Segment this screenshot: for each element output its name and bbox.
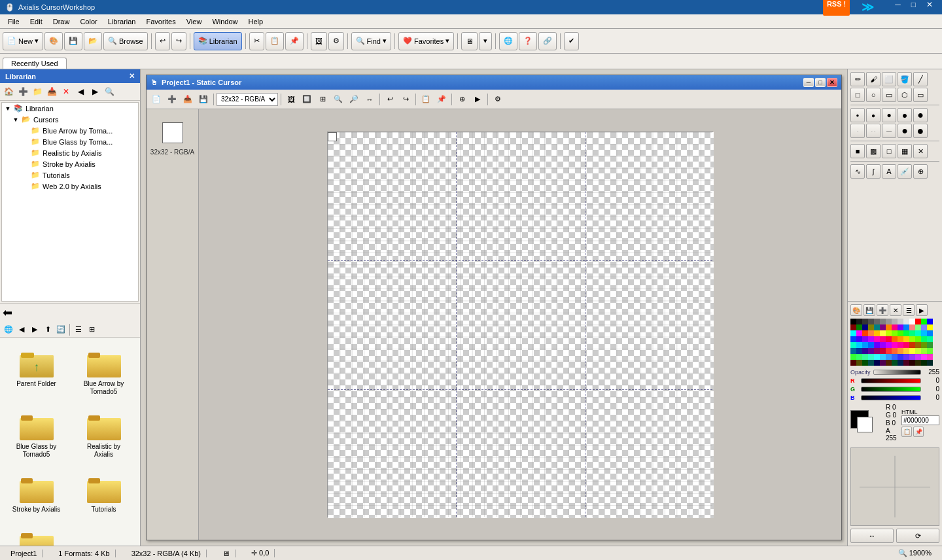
lib-import-button[interactable]: 📥 xyxy=(45,85,58,98)
color-cell[interactable] xyxy=(880,330,886,336)
color-del-btn[interactable]: ✕ xyxy=(890,304,901,316)
color-cell[interactable] xyxy=(856,348,862,354)
copy-button[interactable]: 📋 xyxy=(266,32,284,50)
color-cell[interactable] xyxy=(862,330,868,336)
color-cell[interactable] xyxy=(903,330,909,336)
proj-settings-btn[interactable]: ⚙ xyxy=(491,92,505,107)
rounded-rect-tool[interactable]: ▭ xyxy=(882,88,896,102)
redo-button[interactable]: ↪ xyxy=(171,32,186,50)
color-cell[interactable] xyxy=(874,354,880,360)
color-cell[interactable] xyxy=(915,336,921,342)
color-cell[interactable] xyxy=(874,319,880,324)
color-cell[interactable] xyxy=(862,360,868,366)
menu-window[interactable]: Window xyxy=(207,16,243,27)
color-cell[interactable] xyxy=(921,360,927,366)
html-paste-btn[interactable]: 📌 xyxy=(913,427,924,437)
grid-view-list-btn[interactable]: ☰ xyxy=(73,324,84,336)
import-button[interactable]: 📂 xyxy=(84,32,102,50)
paste-button[interactable]: 📌 xyxy=(285,32,304,50)
color-cell[interactable] xyxy=(886,319,892,324)
color-cell[interactable] xyxy=(915,360,921,366)
export-button[interactable]: 🖼 xyxy=(311,32,327,50)
pencil-tool[interactable]: ✏ xyxy=(850,72,865,86)
proj-paste-btn[interactable]: 📌 xyxy=(434,92,449,107)
reset-btn[interactable]: ⟳ xyxy=(896,529,939,543)
select-tool[interactable]: ▭ xyxy=(913,88,928,102)
cut-button[interactable]: ✂ xyxy=(249,32,264,50)
tree-item-blue-glass[interactable]: 📁 Blue Glass by Torna... xyxy=(2,136,138,147)
color-cell[interactable] xyxy=(868,324,874,330)
color-cell[interactable] xyxy=(868,330,874,336)
close-button[interactable]: ✕ xyxy=(922,0,937,16)
color-cell[interactable] xyxy=(903,342,909,348)
eraser-tool[interactable]: ⬜ xyxy=(882,72,896,86)
color-add-btn[interactable]: ➕ xyxy=(877,304,888,316)
proj-grid-btn[interactable]: ⊞ xyxy=(315,92,330,107)
fill-solid-tool[interactable]: ■ xyxy=(850,144,865,158)
color-cell[interactable] xyxy=(874,360,880,366)
color-cell[interactable] xyxy=(892,336,898,342)
fill-tool[interactable]: 🪣 xyxy=(898,72,912,86)
librarian-button[interactable]: 📚 Librarian xyxy=(194,32,242,50)
color-cell[interactable] xyxy=(892,324,898,330)
menu-color[interactable]: Color xyxy=(75,16,102,27)
proj-copy-btn[interactable]: 📋 xyxy=(419,92,433,107)
tree-item-realistic[interactable]: 📁 Realistic by Axialis xyxy=(2,147,138,158)
color-cell[interactable] xyxy=(880,360,886,366)
icon-item-blue-arrow[interactable]: Blue Arrow by Tornado5 xyxy=(73,343,135,400)
proj-thumb-btn[interactable]: 🔲 xyxy=(300,92,314,107)
color-save-btn[interactable]: 💾 xyxy=(864,304,875,316)
color-cell[interactable] xyxy=(903,348,909,354)
color-cell[interactable] xyxy=(927,354,933,360)
globe-button[interactable]: 🌐 xyxy=(499,32,517,50)
color-cell[interactable] xyxy=(921,324,927,330)
menu-favorites[interactable]: Favorites xyxy=(141,16,181,27)
color-cell[interactable] xyxy=(909,342,915,348)
color-cell[interactable] xyxy=(915,319,921,324)
project-minimize-button[interactable]: ─ xyxy=(803,78,814,87)
recently-used-tab[interactable]: Recently Used xyxy=(3,58,67,69)
color-cell[interactable] xyxy=(892,319,898,324)
color-cell[interactable] xyxy=(862,336,868,342)
color-cell[interactable] xyxy=(868,354,874,360)
maximize-button[interactable]: □ xyxy=(907,0,920,16)
lib-back-button[interactable]: ◀ xyxy=(74,85,87,98)
color-cell[interactable] xyxy=(850,330,856,336)
color-cell[interactable] xyxy=(903,319,909,324)
dash1[interactable]: · xyxy=(850,124,865,138)
lib-home-button[interactable]: 🏠 xyxy=(2,85,15,98)
librarian-close-button[interactable]: ✕ xyxy=(129,72,135,80)
menu-help[interactable]: Help xyxy=(243,16,269,27)
color-cell[interactable] xyxy=(850,342,856,348)
color-button[interactable]: 🎨 xyxy=(44,32,63,50)
find-button[interactable]: 🔍 Find ▾ xyxy=(351,32,391,50)
proj-export-btn[interactable]: 🖼 xyxy=(284,92,298,107)
color-cell[interactable] xyxy=(880,342,886,348)
color-cell[interactable] xyxy=(868,319,874,324)
color-cell[interactable] xyxy=(886,360,892,366)
color-cell[interactable] xyxy=(892,354,898,360)
tree-item-librarian[interactable]: ▼ 📚 Librarian xyxy=(2,103,138,114)
menu-draw[interactable]: Draw xyxy=(48,16,75,27)
proj-zoom-in-btn[interactable]: 🔍 xyxy=(331,92,345,107)
color-cell[interactable] xyxy=(886,330,892,336)
grid-up-btn[interactable]: ⬆ xyxy=(42,324,54,336)
color-cell[interactable] xyxy=(880,336,886,342)
color-cell[interactable] xyxy=(862,324,868,330)
color-cell[interactable] xyxy=(915,330,921,336)
settings-button[interactable]: ⚙ xyxy=(328,32,344,50)
brush-1px[interactable]: ● xyxy=(850,108,865,122)
color-cell[interactable] xyxy=(927,348,933,354)
color-cell[interactable] xyxy=(898,319,903,324)
proj-zoom-out-btn[interactable]: 🔎 xyxy=(347,92,361,107)
rss-badge[interactable]: RSS ! xyxy=(823,0,850,16)
color-cell[interactable] xyxy=(886,336,892,342)
proj-hotspot-btn[interactable]: ⊕ xyxy=(455,92,469,107)
color-cell[interactable] xyxy=(850,336,856,342)
lib-add-button[interactable]: ➕ xyxy=(16,85,29,98)
brush-tool[interactable]: 🖌 xyxy=(866,72,881,86)
curve-tool[interactable]: ∿ xyxy=(850,164,865,179)
lib-delete-button[interactable]: ✕ xyxy=(60,85,73,98)
brush-4px[interactable]: ● xyxy=(898,108,912,122)
color-cell[interactable] xyxy=(886,348,892,354)
